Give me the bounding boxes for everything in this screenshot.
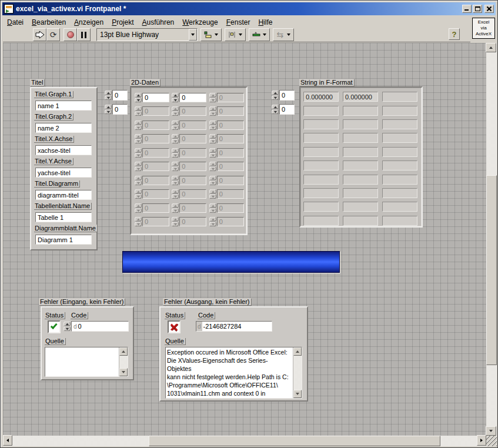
- numeric-spinner[interactable]: [209, 106, 216, 116]
- numeric-spinner[interactable]: [135, 106, 142, 116]
- reorder-button[interactable]: ⇆: [273, 28, 294, 41]
- daten2d-value-r4c2[interactable]: 0: [217, 148, 244, 158]
- daten2d-value-r2c1[interactable]: 0: [179, 121, 206, 130]
- scroll-right-button[interactable]: [477, 435, 486, 446]
- numeric-spinner[interactable]: [172, 92, 179, 102]
- daten2d-value-r5c0[interactable]: 0: [142, 162, 169, 171]
- menu-anzeigen[interactable]: Anzeigen: [70, 17, 108, 28]
- daten2d-value-r3c2[interactable]: 0: [217, 134, 244, 143]
- daten2d-value-r1c2[interactable]: 0: [217, 106, 244, 116]
- error-out-source-scrollbar[interactable]: [293, 347, 302, 398]
- font-selector-dropdown[interactable]: [189, 29, 197, 41]
- daten2d-value-r8c0[interactable]: 0: [142, 203, 169, 213]
- numeric-spinner[interactable]: [135, 134, 142, 144]
- daten2d-value-r4c0[interactable]: 0: [142, 148, 169, 158]
- numeric-spinner[interactable]: [172, 120, 179, 130]
- error-in-source-scrollbar[interactable]: [119, 347, 128, 376]
- error-in-status-button[interactable]: [48, 320, 61, 333]
- font-selector[interactable]: 13pt Blue Highway: [96, 28, 198, 41]
- numeric-spinner[interactable]: [272, 105, 279, 115]
- menu-bearbeiten[interactable]: Bearbeiten: [28, 17, 70, 28]
- maximize-button[interactable]: [473, 5, 482, 13]
- daten2d-value-r6c1[interactable]: 0: [179, 176, 206, 185]
- numeric-spinner[interactable]: [209, 162, 216, 172]
- numeric-spinner[interactable]: [209, 175, 216, 185]
- daten2d-value-r2c2[interactable]: 0: [217, 121, 244, 130]
- numeric-spinner[interactable]: [135, 92, 142, 102]
- error-in-code-field[interactable]: d 0: [71, 321, 129, 332]
- scroll-down-button[interactable]: [119, 368, 128, 376]
- resize-grip[interactable]: [486, 436, 497, 446]
- daten2d-value-r0c2[interactable]: 0: [217, 93, 244, 102]
- stringf-index-row-field[interactable]: 0: [279, 90, 295, 101]
- numeric-spinner[interactable]: [172, 148, 179, 158]
- run-continuous-button[interactable]: ⟳: [46, 28, 60, 41]
- daten2d-value-r6c0[interactable]: 0: [142, 176, 169, 185]
- daten2d-value-r9c1[interactable]: 0: [179, 217, 206, 226]
- menu-werkzeuge[interactable]: Werkzeuge: [178, 17, 222, 28]
- abort-button[interactable]: [63, 28, 77, 41]
- daten2d-value-r5c1[interactable]: 0: [179, 162, 206, 171]
- minimize-button[interactable]: [462, 5, 472, 13]
- numeric-spinner[interactable]: [209, 92, 216, 102]
- scroll-left-button[interactable]: [3, 435, 12, 446]
- run-button[interactable]: [33, 28, 46, 41]
- titel-xachse-input[interactable]: xachse-titel: [35, 145, 92, 155]
- horizontal-scrollbar[interactable]: [3, 436, 486, 446]
- scroll-down-button[interactable]: [486, 426, 496, 436]
- daten2d-value-r9c2[interactable]: 0: [217, 217, 244, 226]
- titel-yachse-input[interactable]: yachse-titel: [35, 168, 92, 178]
- numeric-spinner[interactable]: [105, 105, 112, 115]
- numeric-spinner[interactable]: [172, 106, 179, 116]
- numeric-spinner[interactable]: [209, 217, 216, 227]
- numeric-spinner[interactable]: [172, 175, 179, 185]
- daten2d-index-col-field[interactable]: 0: [112, 104, 128, 115]
- daten2d-value-r0c1[interactable]: 0: [179, 93, 206, 102]
- distribute-objects-button[interactable]: [225, 28, 246, 41]
- menu-ausfuehren[interactable]: Ausführen: [138, 17, 179, 28]
- numeric-spinner[interactable]: [135, 175, 142, 185]
- daten2d-index-row-field[interactable]: 0: [112, 90, 128, 101]
- daten2d-value-r7c1[interactable]: 0: [179, 189, 206, 199]
- daten2d-value-r2c0[interactable]: 0: [142, 121, 169, 130]
- daten2d-value-r3c1[interactable]: 0: [179, 134, 206, 143]
- numeric-spinner[interactable]: [135, 217, 142, 227]
- numeric-spinner[interactable]: [209, 189, 216, 199]
- numeric-spinner[interactable]: [105, 91, 112, 101]
- menu-datei[interactable]: Datei: [3, 17, 28, 28]
- vertical-scrollbar-thumb[interactable]: [486, 175, 497, 365]
- daten2d-value-r3c0[interactable]: 0: [142, 134, 169, 143]
- error-out-source-box[interactable]: Exception occured in Microsoft Office Ex…: [165, 347, 302, 399]
- scroll-down-button[interactable]: [293, 390, 302, 398]
- horizontal-scrollbar-thumb[interactable]: [149, 436, 440, 446]
- daten2d-value-r1c1[interactable]: 0: [179, 106, 206, 116]
- numeric-spinner[interactable]: [63, 322, 71, 332]
- menu-projekt[interactable]: Projekt: [108, 17, 138, 28]
- daten2d-value-r0c0[interactable]: 0: [142, 93, 169, 102]
- error-in-source-box[interactable]: [45, 347, 128, 377]
- daten2d-value-r8c1[interactable]: 0: [179, 203, 206, 213]
- menu-hilfe[interactable]: Hilfe: [254, 17, 276, 28]
- scroll-up-button[interactable]: [293, 347, 302, 356]
- stringf-index-col-field[interactable]: 0: [279, 104, 295, 115]
- scroll-up-button[interactable]: [119, 347, 128, 356]
- help-button[interactable]: ?: [449, 28, 460, 40]
- numeric-spinner[interactable]: [172, 203, 179, 213]
- numeric-spinner[interactable]: [172, 189, 179, 199]
- daten2d-value-r7c0[interactable]: 0: [142, 189, 169, 199]
- pause-button[interactable]: [77, 28, 91, 41]
- daten2d-value-r9c0[interactable]: 0: [142, 217, 169, 226]
- titel-diagramm-input[interactable]: diagramm-titel: [35, 190, 92, 200]
- numeric-spinner[interactable]: [172, 162, 179, 172]
- numeric-spinner[interactable]: [172, 217, 179, 227]
- numeric-spinner[interactable]: [135, 148, 142, 158]
- numeric-spinner[interactable]: [209, 134, 216, 144]
- numeric-spinner[interactable]: [135, 120, 142, 130]
- titel-graph1-input[interactable]: name 1: [35, 101, 92, 111]
- daten2d-value-r1c0[interactable]: 0: [142, 106, 169, 116]
- numeric-spinner[interactable]: [209, 148, 216, 158]
- title-bar[interactable]: excel_via_activex.vi Frontpanel *: [2, 2, 496, 15]
- tabellenblatt-input[interactable]: Tabelle 1: [35, 212, 92, 222]
- numeric-spinner[interactable]: [135, 203, 142, 213]
- vi-icon-pane[interactable]: Excel via ActiveX: [472, 18, 495, 39]
